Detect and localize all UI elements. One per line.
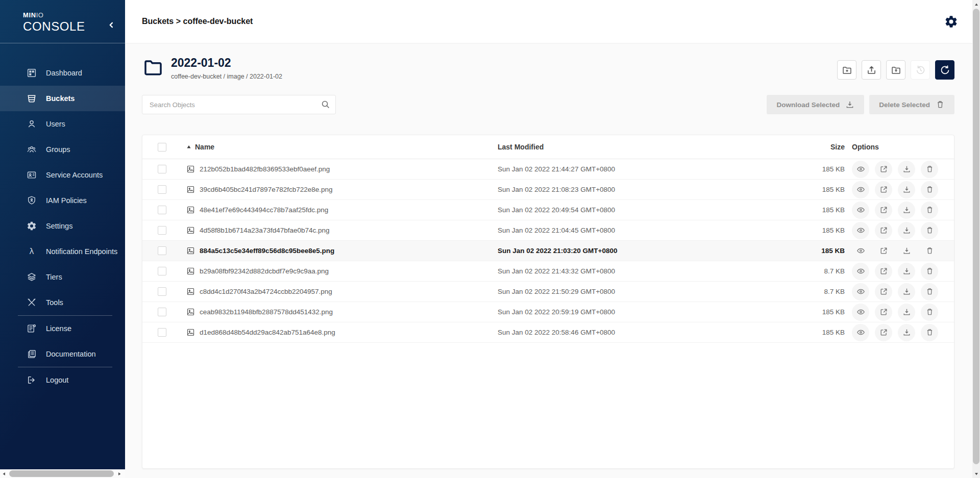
sidebar-item-tiers[interactable]: Tiers [0, 264, 125, 290]
object-name[interactable]: 4d58f8b1b6714a23a73fd47bfae0b74c.png [200, 227, 330, 234]
table-row[interactable]: c8dd4c1d270f43a2b4724ccbb2204957.png Sun… [142, 282, 954, 302]
object-name[interactable]: 39cd6b405bc241d7897e782fcb722e8e.png [200, 186, 333, 193]
vertical-scrollbar[interactable] [972, 0, 980, 478]
share-object-button[interactable] [875, 222, 892, 239]
share-object-button[interactable] [875, 283, 892, 300]
sidebar-item-documentation[interactable]: Documentation [0, 341, 125, 367]
table-row[interactable]: 4d58f8b1b6714a23a73fd47bfae0b74c.png Sun… [142, 220, 954, 241]
search-input[interactable] [142, 95, 336, 114]
table-row[interactable]: d1ed868d48b54dd29ac842ab751a64e8.png Sun… [142, 322, 954, 343]
download-object-button[interactable] [898, 324, 915, 341]
object-name[interactable]: ceab9832b11948bfb2887578dd451432.png [200, 308, 333, 316]
delete-object-button[interactable] [921, 161, 938, 178]
download-object-button[interactable] [898, 263, 915, 280]
preview-object-button[interactable] [852, 222, 869, 239]
preview-object-button[interactable] [852, 202, 869, 219]
share-object-button[interactable] [875, 181, 892, 198]
refresh-button[interactable] [935, 60, 954, 80]
row-checkbox[interactable] [158, 185, 166, 194]
preview-object-button[interactable] [852, 324, 869, 341]
download-object-button[interactable] [898, 304, 915, 321]
column-header-size[interactable]: Size [785, 143, 846, 151]
download-object-button[interactable] [898, 242, 915, 260]
settings-icon [27, 221, 37, 231]
table-row[interactable]: 48e41ef7e69c443494cc78b7aaf25fdc.png Sun… [142, 200, 954, 220]
download-object-button[interactable] [898, 181, 915, 198]
table-row[interactable]: 39cd6b405bc241d7897e782fcb722e8e.png Sun… [142, 180, 954, 200]
row-checkbox[interactable] [158, 308, 166, 316]
row-checkbox[interactable] [158, 287, 166, 296]
delete-object-button[interactable] [921, 181, 938, 198]
sidebar-item-users[interactable]: Users [0, 111, 125, 137]
preview-object-button[interactable] [852, 181, 869, 198]
sidebar-collapse-button[interactable] [105, 18, 118, 32]
preferences-button[interactable] [944, 14, 960, 29]
upload-file-button[interactable] [862, 60, 881, 80]
table-row[interactable]: b29a08fbf92342d882dcbdf7e9c9c9aa.png Sun… [142, 261, 954, 282]
row-checkbox[interactable] [158, 226, 166, 235]
preview-object-button[interactable] [852, 263, 869, 280]
preview-object-button[interactable] [852, 283, 869, 300]
delete-object-button[interactable] [921, 263, 938, 280]
share-object-button[interactable] [875, 242, 892, 260]
delete-object-button[interactable] [921, 222, 938, 239]
delete-object-button[interactable] [921, 242, 938, 260]
share-object-button[interactable] [875, 202, 892, 219]
delete-object-button[interactable] [921, 202, 938, 219]
row-checkbox[interactable] [158, 206, 166, 214]
object-name[interactable]: 48e41ef7e69c443494cc78b7aaf25fdc.png [200, 206, 328, 214]
sidebar-item-logout[interactable]: Logout [0, 367, 125, 393]
download-object-button[interactable] [898, 283, 915, 300]
scroll-left-button[interactable] [0, 469, 8, 478]
column-header-name[interactable]: Name [186, 143, 498, 151]
scroll-right-button[interactable] [115, 469, 123, 478]
sidebar-item-service-accounts[interactable]: Service Accounts [0, 162, 125, 188]
horizontal-scrollbar[interactable] [0, 469, 125, 478]
row-checkbox[interactable] [158, 267, 166, 275]
object-name[interactable]: c8dd4c1d270f43a2b4724ccbb2204957.png [200, 288, 332, 295]
delete-object-button[interactable] [921, 304, 938, 321]
sidebar-item-notification-endpoints[interactable]: λ Notification Endpoints [0, 239, 125, 264]
column-header-last-modified[interactable]: Last Modified [498, 143, 785, 151]
scroll-down-button[interactable] [972, 469, 980, 478]
download-selected-button[interactable]: Download Selected [767, 95, 864, 114]
rewind-button[interactable] [911, 60, 930, 80]
download-object-button[interactable] [898, 161, 915, 178]
horizontal-scrollbar-thumb[interactable] [9, 470, 114, 477]
sidebar-item-groups[interactable]: Groups [0, 137, 125, 162]
vertical-scrollbar-thumb[interactable] [973, 9, 979, 464]
object-name[interactable]: b29a08fbf92342d882dcbdf7e9c9c9aa.png [200, 267, 329, 275]
sidebar-item-dashboard[interactable]: Dashboard [0, 60, 125, 86]
new-path-button[interactable] [837, 60, 856, 80]
table-row[interactable]: 884a5c13c5e34eff89c56d8c95bee8e5.png Sun… [142, 241, 954, 261]
preview-object-button[interactable] [852, 304, 869, 321]
sidebar-item-iam-policies[interactable]: IAM Policies [0, 188, 125, 213]
table-row[interactable]: 212b052b1bad482fb8369533ebf0aeef.png Sun… [142, 159, 954, 180]
download-object-button[interactable] [898, 222, 915, 239]
preview-object-button[interactable] [852, 161, 869, 178]
select-all-checkbox[interactable] [158, 143, 166, 152]
delete-selected-button[interactable]: Delete Selected [869, 95, 954, 114]
row-checkbox[interactable] [158, 165, 166, 173]
row-checkbox[interactable] [158, 246, 166, 255]
upload-folder-button[interactable] [886, 60, 905, 80]
breadcrumb[interactable]: Buckets > coffee-dev-bucket [142, 17, 253, 26]
share-object-button[interactable] [875, 304, 892, 321]
row-checkbox[interactable] [158, 328, 166, 337]
delete-object-button[interactable] [921, 283, 938, 300]
sidebar-item-tools[interactable]: Tools [0, 290, 125, 315]
share-object-button[interactable] [875, 324, 892, 341]
sidebar-item-settings[interactable]: Settings [0, 213, 125, 239]
share-object-button[interactable] [875, 263, 892, 280]
sidebar-item-license[interactable]: License [0, 316, 125, 341]
table-row[interactable]: ceab9832b11948bfb2887578dd451432.png Sun… [142, 302, 954, 322]
delete-object-button[interactable] [921, 324, 938, 341]
preview-object-button[interactable] [852, 242, 869, 260]
object-name[interactable]: 884a5c13c5e34eff89c56d8c95bee8e5.png [200, 247, 334, 255]
share-object-button[interactable] [875, 161, 892, 178]
download-object-button[interactable] [898, 202, 915, 219]
object-name[interactable]: 212b052b1bad482fb8369533ebf0aeef.png [200, 165, 330, 173]
object-name[interactable]: d1ed868d48b54dd29ac842ab751a64e8.png [200, 329, 335, 336]
sidebar-item-buckets[interactable]: Buckets [0, 86, 125, 111]
scroll-up-button[interactable] [972, 0, 980, 9]
